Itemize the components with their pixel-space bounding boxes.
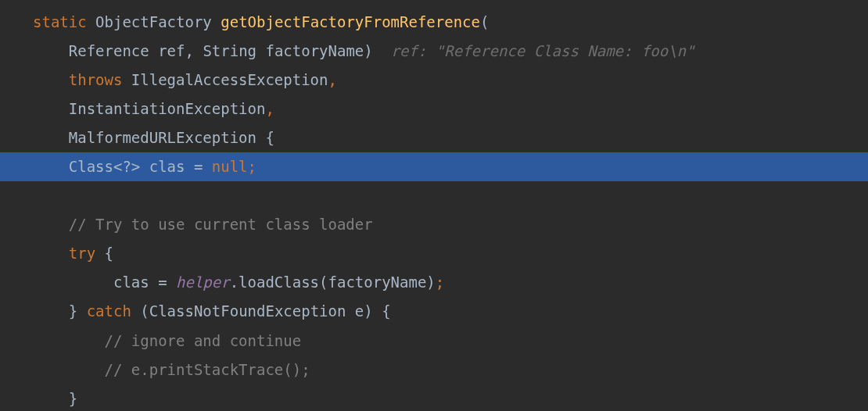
code-line-3[interactable]: throws IllegalAccessException, <box>0 66 868 95</box>
comment: // ignore and continue <box>105 332 302 349</box>
code-line-13[interactable]: } <box>0 384 868 411</box>
semicolon: ; <box>248 158 256 175</box>
indent <box>33 216 69 233</box>
brace-open: { <box>265 129 274 146</box>
exception-3: MalformedURLException <box>69 129 266 146</box>
paren-close: ) <box>364 42 372 59</box>
code-line-2[interactable]: Reference ref, String factoryName) ref: … <box>0 37 868 66</box>
brace-close: } <box>69 302 87 320</box>
inline-hint: ref: "Reference Class Name: foo\n" <box>373 42 695 59</box>
code-line-1[interactable]: static ObjectFactory getObjectFactoryFro… <box>0 8 868 37</box>
catch-params: (ClassNotFoundException e) { <box>131 302 391 320</box>
semicolon: ; <box>436 273 444 291</box>
code-editor[interactable]: static ObjectFactory getObjectFactoryFro… <box>0 8 868 411</box>
comma-1: , <box>185 42 203 59</box>
code-line-7[interactable]: // Try to use current class loader <box>0 210 868 239</box>
indent <box>33 390 69 407</box>
code-line-9[interactable]: clas = helper.loadClass(factoryName); <box>0 268 868 297</box>
comment: // Try to use current class loader <box>69 216 373 233</box>
comment: // e.printStackTrace(); <box>105 361 310 378</box>
indent <box>33 71 69 88</box>
field-helper: helper <box>176 273 230 291</box>
code-line-5[interactable]: MalformedURLException { <box>0 123 868 152</box>
keyword-null: null <box>212 158 248 175</box>
indent <box>33 129 69 146</box>
indent <box>33 245 69 262</box>
keyword-static: static <box>33 13 87 30</box>
brace-open: { <box>95 245 113 262</box>
indent <box>33 361 105 378</box>
indent <box>33 332 105 349</box>
var-type: Class<?> <box>69 158 141 175</box>
brace-close: } <box>69 390 77 407</box>
code-line-6-highlighted[interactable]: Class<?> clas = null; <box>0 152 868 181</box>
return-type: ObjectFactory <box>95 13 212 30</box>
comma: , <box>265 100 274 117</box>
param-type-1: Reference <box>69 42 149 59</box>
code-line-10[interactable]: } catch (ClassNotFoundException e) { <box>0 297 868 326</box>
param-type-2: String <box>203 42 256 59</box>
indent <box>33 273 113 291</box>
code-line-11[interactable]: // ignore and continue <box>0 327 868 356</box>
comma: , <box>328 71 337 88</box>
indent <box>33 158 69 175</box>
param-name-2: factoryName <box>256 42 364 59</box>
paren-open: ( <box>480 13 489 30</box>
method-name: getObjectFactoryFromReference <box>221 13 480 30</box>
code-line-8[interactable]: try { <box>0 239 868 268</box>
var-decl: clas = <box>140 158 212 175</box>
method-call: .loadClass(factoryName) <box>230 273 436 291</box>
keyword-throws: throws <box>69 71 123 88</box>
keyword-try: try <box>69 245 95 262</box>
indent <box>33 100 69 117</box>
indent <box>33 302 69 320</box>
param-name-1: ref <box>149 42 185 59</box>
code-line-4[interactable]: InstantiationException, <box>0 95 868 123</box>
code-line-12[interactable]: // e.printStackTrace(); <box>0 356 868 384</box>
indent <box>33 42 69 59</box>
code-line-blank[interactable] <box>0 181 868 210</box>
keyword-catch: catch <box>87 302 131 320</box>
exception-2: InstantiationException <box>69 100 266 117</box>
exception-1: IllegalAccessException <box>122 71 328 88</box>
var-assign: clas = <box>113 273 176 291</box>
